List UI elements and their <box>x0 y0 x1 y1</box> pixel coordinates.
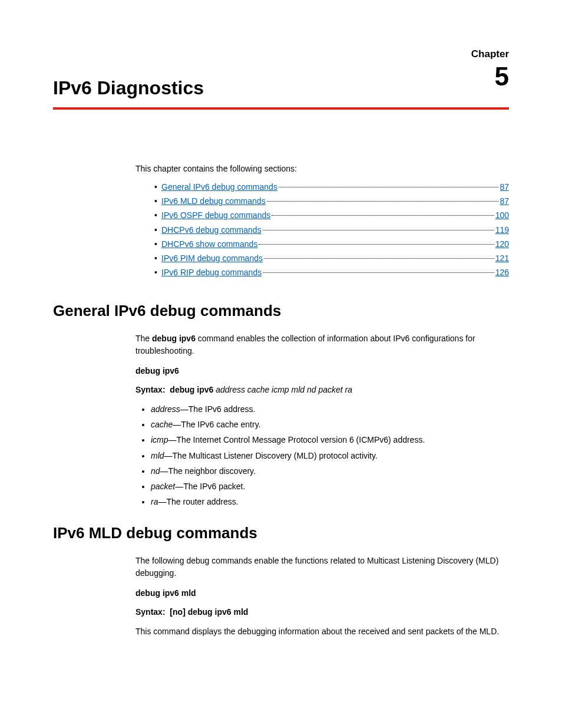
bullet-icon: • <box>154 252 161 264</box>
syntax-line-debug-ipv6-mld: Syntax: [no] debug ipv6 mld <box>135 606 509 618</box>
param-desc: —The Internet Control Message Protocol v… <box>168 435 425 444</box>
param-desc: —The router address. <box>158 497 238 506</box>
chapter-label: Chapter <box>471 47 509 62</box>
bullet-icon: • <box>154 195 161 207</box>
toc-page-link[interactable]: 87 <box>500 181 509 193</box>
toc-leader <box>264 258 494 259</box>
toc-entry: • IPv6 RIP debug commands 126 <box>154 266 509 278</box>
header-rule <box>53 107 509 110</box>
bullet-icon: • <box>154 266 161 278</box>
toc-entry: • DHCPv6 debug commands 119 <box>154 224 509 236</box>
list-item: nd—The neighbor discovery. <box>151 465 509 477</box>
chapter-number: 5 <box>495 64 509 90</box>
param-desc: —The IPv6 address. <box>180 404 256 414</box>
desc-cmd: debug ipv6 <box>152 334 196 343</box>
toc-leader <box>259 244 494 245</box>
chapter-header: Chapter 5 IPv6 Diagnostics <box>53 47 509 101</box>
list-item: cache—The IPv6 cache entry. <box>151 419 509 430</box>
section2-description: The following debug commands enable the … <box>135 555 509 579</box>
list-item: packet—The IPv6 packet. <box>151 480 509 492</box>
param-desc: —The Multicast Listener Discovery (MLD) … <box>164 451 378 460</box>
toc-leader <box>272 215 494 216</box>
param-name: packet <box>151 482 175 491</box>
syntax-cmd: debug ipv6 <box>170 385 213 394</box>
bullet-icon: • <box>154 209 161 221</box>
toc-link-ipv6-ospf[interactable]: IPv6 OSPF debug commands <box>161 209 270 221</box>
toc-leader <box>279 187 499 187</box>
syntax-label: Syntax: <box>135 607 166 617</box>
syntax-args: address cache icmp mld nd packet ra <box>216 385 352 394</box>
toc-leader <box>267 201 499 202</box>
command-name-debug-ipv6-mld: debug ipv6 mld <box>135 587 509 599</box>
section-heading-ipv6-mld: IPv6 MLD debug commands <box>53 522 509 545</box>
toc-link-dhcpv6-show[interactable]: DHCPv6 show commands <box>161 238 257 250</box>
toc-page-link[interactable]: 87 <box>500 195 509 207</box>
param-name: address <box>151 404 180 414</box>
bullet-icon: • <box>154 224 161 236</box>
param-name: nd <box>151 466 160 476</box>
list-item: address—The IPv6 address. <box>151 403 509 415</box>
desc-pre: The <box>135 334 152 343</box>
toc-page-link[interactable]: 126 <box>495 266 509 278</box>
section2-cmd-description: This command displays the debugging info… <box>135 625 509 637</box>
chapter-title: IPv6 Diagnostics <box>53 47 509 101</box>
toc-page-link[interactable]: 119 <box>495 224 509 236</box>
toc-entry: • General IPv6 debug commands 87 <box>154 181 509 193</box>
param-desc: —The neighbor discovery. <box>160 466 256 476</box>
list-item: mld—The Multicast Listener Discovery (ML… <box>151 450 509 462</box>
param-name: ra <box>151 497 158 506</box>
syntax-label: Syntax: <box>135 385 166 394</box>
list-item: icmp—The Internet Control Message Protoc… <box>151 434 509 446</box>
syntax-cmd: [no] debug ipv6 mld <box>170 607 248 617</box>
section1-description: The debug ipv6 command enables the colle… <box>135 332 509 357</box>
toc-page-link[interactable]: 100 <box>495 209 509 221</box>
toc-link-dhcpv6-debug[interactable]: DHCPv6 debug commands <box>161 224 262 236</box>
toc-link-general-ipv6[interactable]: General IPv6 debug commands <box>161 181 277 193</box>
param-name: cache <box>151 420 173 429</box>
toc-entry: • IPv6 MLD debug commands 87 <box>154 195 509 207</box>
param-list: address—The IPv6 address. cache—The IPv6… <box>135 403 509 508</box>
toc-link-ipv6-mld[interactable]: IPv6 MLD debug commands <box>161 195 266 207</box>
toc-leader <box>263 230 494 230</box>
param-name: mld <box>151 451 164 460</box>
param-name: icmp <box>151 435 168 444</box>
bullet-icon: • <box>154 181 161 193</box>
bullet-icon: • <box>154 238 161 250</box>
toc-page-link[interactable]: 121 <box>495 252 509 264</box>
toc-link-ipv6-rip[interactable]: IPv6 RIP debug commands <box>161 266 262 278</box>
toc-leader <box>263 272 494 273</box>
toc: • General IPv6 debug commands 87 • IPv6 … <box>154 181 509 279</box>
list-item: ra—The router address. <box>151 496 509 508</box>
command-name-debug-ipv6: debug ipv6 <box>135 365 509 377</box>
toc-entry: • IPv6 PIM debug commands 121 <box>154 252 509 264</box>
syntax-line-debug-ipv6: Syntax: debug ipv6 address cache icmp ml… <box>135 384 509 396</box>
section-heading-general-ipv6: General IPv6 debug commands <box>53 300 509 322</box>
toc-page-link[interactable]: 120 <box>495 238 509 250</box>
toc-entry: • IPv6 OSPF debug commands 100 <box>154 209 509 221</box>
param-desc: —The IPv6 cache entry. <box>173 420 260 429</box>
toc-link-ipv6-pim[interactable]: IPv6 PIM debug commands <box>161 252 263 264</box>
param-desc: —The IPv6 packet. <box>175 482 245 491</box>
toc-entry: • DHCPv6 show commands 120 <box>154 238 509 250</box>
intro-text: This chapter contains the following sect… <box>135 163 509 174</box>
